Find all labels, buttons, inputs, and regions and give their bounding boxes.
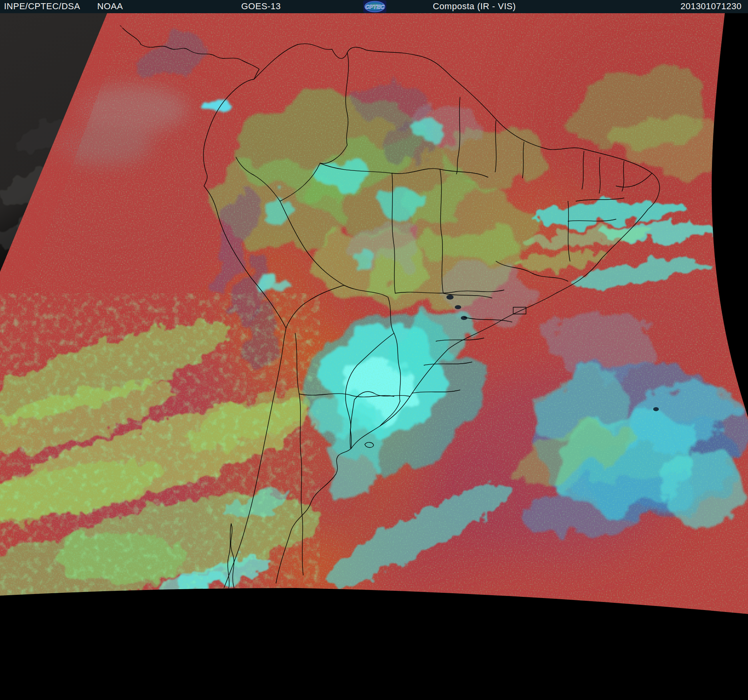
timestamp-label: 201301071230 — [680, 1, 742, 12]
cptec-logo: CPTEC — [363, 0, 386, 13]
product-label: Composta (IR - VIS) — [433, 1, 516, 12]
agency-label: INPE/CPTEC/DSA — [4, 1, 80, 12]
satellite-label: GOES-13 — [241, 1, 281, 12]
satellite-image-area — [0, 13, 748, 700]
stratocumulus-cells — [0, 293, 320, 597]
satellite-composite-map — [0, 13, 748, 700]
noaa-label: NOAA — [97, 1, 123, 12]
header-bar: INPE/CPTEC/DSA NOAA GOES-13 CPTEC Compos… — [0, 0, 748, 13]
logo-text: CPTEC — [365, 4, 384, 10]
